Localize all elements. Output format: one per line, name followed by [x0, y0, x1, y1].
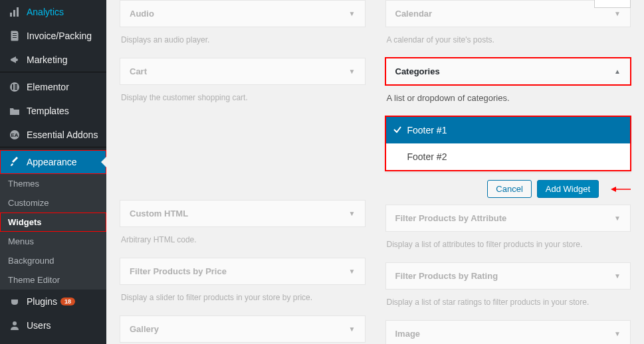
chevron-down-icon: ▼: [614, 10, 621, 17]
document-icon: [8, 29, 21, 43]
widget-custom-html-desc: Arbitrary HTML code.: [120, 227, 366, 258]
submenu-background[interactable]: Background: [0, 251, 106, 270]
sidebar-item-label: Marketing: [27, 54, 67, 65]
active-arrow-icon: [101, 157, 106, 167]
sidebar-item-label: Users: [27, 320, 51, 331]
svg-rect-1: [13, 10, 15, 17]
widget-actions: Cancel Add Widget: [385, 173, 631, 205]
widget-filter-price[interactable]: Filter Products by Price ▼: [120, 258, 366, 285]
chevron-down-icon: ▼: [614, 215, 621, 222]
svg-rect-2: [17, 7, 19, 17]
sidebar-item-label: Analytics: [27, 7, 64, 17]
svg-rect-10: [15, 86, 17, 88]
widget-filter-rating-desc: Display a list of star ratings to filter…: [385, 290, 631, 320]
widget-audio[interactable]: Audio ▼: [120, 0, 366, 27]
submenu-theme-editor[interactable]: Theme Editor: [0, 270, 106, 290]
widget-filter-attribute-desc: Display a list of attributes to filter p…: [385, 232, 631, 262]
plugin-icon: [8, 295, 21, 308]
folder-icon: [8, 104, 21, 118]
widget-area-dropdown: Footer #1 Footer #2: [385, 116, 631, 171]
dropdown-option-footer-2[interactable]: Footer #2: [386, 143, 631, 170]
sidebar-item-marketing[interactable]: Marketing: [0, 48, 106, 72]
widget-audio-desc: Displays an audio player.: [120, 27, 366, 58]
cancel-button[interactable]: Cancel: [487, 180, 531, 198]
widget-categories[interactable]: Categories ▲: [385, 58, 631, 85]
svg-marker-16: [611, 187, 616, 192]
sidebar-item-appearance[interactable]: Appearance: [0, 150, 106, 174]
submenu-customize[interactable]: Customize: [0, 193, 106, 213]
chevron-down-icon: ▼: [614, 272, 621, 280]
svg-rect-11: [15, 88, 17, 90]
sidebar-item-label: Plugins: [27, 296, 57, 307]
submenu-widgets[interactable]: Widgets: [0, 213, 106, 232]
main-content: Audio ▼ Displays an audio player. Cart ▼…: [106, 0, 644, 344]
widgets-left-column: Audio ▼ Displays an audio player. Cart ▼…: [120, 0, 366, 344]
essential-addons-icon: EA: [8, 128, 21, 141]
widget-custom-html[interactable]: Custom HTML ▼: [120, 200, 366, 227]
sidebar-item-label: Invoice/Packing: [27, 31, 92, 41]
sidebar-item-analytics[interactable]: Analytics: [0, 0, 106, 24]
user-icon: [8, 319, 21, 332]
sidebar-item-templates[interactable]: Templates: [0, 99, 106, 123]
chevron-down-icon: ▼: [349, 210, 356, 217]
widget-gallery[interactable]: Gallery ▼: [120, 315, 366, 343]
sidebar-item-label: Essential Addons: [27, 129, 98, 140]
analytics-icon: [8, 5, 21, 19]
dropdown-option-footer-1[interactable]: Footer #1: [386, 117, 631, 143]
chevron-down-icon: ▼: [349, 68, 356, 75]
widget-image[interactable]: Image ▼: [385, 320, 631, 344]
check-icon: [393, 125, 402, 136]
elementor-icon: [8, 80, 21, 94]
chevron-up-icon: ▲: [614, 68, 621, 75]
sidebar-item-invoice[interactable]: Invoice/Packing: [0, 24, 106, 48]
chevron-down-icon: ▼: [349, 10, 356, 17]
add-widget-button[interactable]: Add Widget: [537, 180, 599, 198]
svg-rect-4: [13, 33, 17, 34]
submenu-menus[interactable]: Menus: [0, 232, 106, 251]
widget-calendar-desc: A calendar of your site's posts.: [385, 27, 631, 58]
widget-categories-desc: A list or dropdown of categories.: [385, 85, 631, 116]
svg-point-14: [13, 321, 17, 325]
sidebar-item-essential-addons[interactable]: EA Essential Addons: [0, 123, 106, 147]
widget-filter-price-desc: Display a slider to filter products in y…: [120, 285, 366, 315]
submenu-themes[interactable]: Themes: [0, 174, 106, 193]
chevron-down-icon: ▼: [349, 325, 356, 333]
widget-filter-attribute[interactable]: Filter Products by Attribute ▼: [385, 205, 631, 232]
brush-icon: [8, 155, 21, 169]
sidebar-item-label: Appearance: [27, 157, 77, 167]
chevron-down-icon: ▼: [349, 268, 356, 275]
admin-sidebar: Analytics Invoice/Packing Marketing Elem…: [0, 0, 106, 344]
sidebar-item-elementor[interactable]: Elementor: [0, 75, 106, 99]
chevron-down-icon: ▼: [614, 330, 621, 337]
sidebar-item-plugins[interactable]: Plugins 18: [0, 290, 106, 313]
svg-rect-5: [13, 35, 17, 36]
widget-filter-rating[interactable]: Filter Products by Rating ▼: [385, 262, 631, 290]
screen-options-partial[interactable]: [594, 0, 631, 8]
appearance-submenu: Themes Customize Widgets Menus Backgroun…: [0, 174, 106, 290]
svg-text:EA: EA: [11, 132, 18, 138]
widgets-right-column: Calendar ▼ A calendar of your site's pos…: [385, 0, 631, 344]
svg-rect-0: [10, 13, 12, 17]
widget-cart[interactable]: Cart ▼: [120, 58, 366, 85]
svg-rect-8: [12, 84, 13, 90]
annotation-arrow-icon: [611, 181, 631, 198]
megaphone-icon: [8, 53, 21, 66]
sidebar-item-label: Templates: [27, 106, 69, 116]
widget-cart-desc: Display the customer shopping cart.: [120, 85, 366, 116]
sidebar-item-users[interactable]: Users: [0, 313, 106, 337]
sidebar-item-label: Elementor: [27, 82, 69, 92]
plugins-badge: 18: [60, 298, 75, 305]
svg-rect-6: [13, 37, 17, 38]
svg-rect-9: [15, 84, 17, 86]
